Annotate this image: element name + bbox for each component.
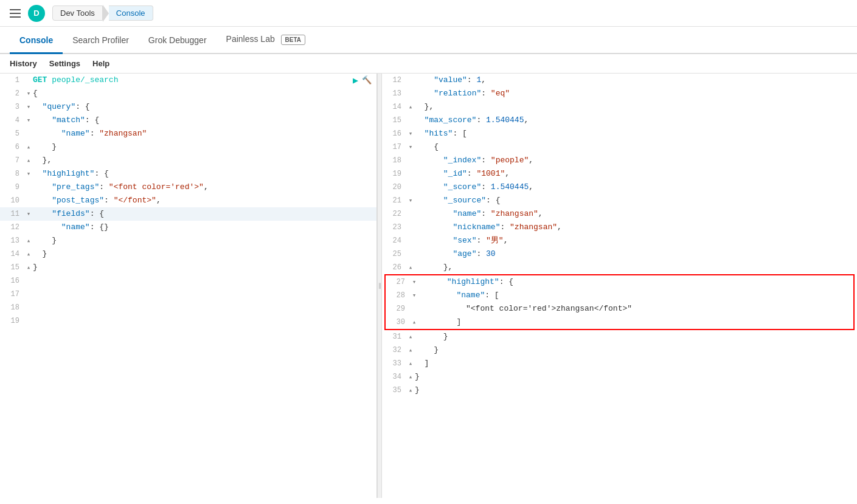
line-number: 14 [382,100,406,114]
left-line-2: 2▾{ [0,87,376,100]
breadcrumb-devtools[interactable]: Dev Tools [52,5,103,21]
line-number: 19 [0,314,24,328]
beta-badge: BETA [281,35,305,45]
line-content: "_source": { [415,194,857,207]
right-line-16: 16▾ "hits": [ [382,127,857,140]
line-content: "relation": "eq" [415,87,857,100]
line-number: 26 [382,261,406,274]
line-number: 16 [382,127,406,140]
line-number: 29 [386,302,410,316]
help-button[interactable]: Help [92,59,109,68]
fold-gutter[interactable]: ▾ [410,275,418,289]
line-number: 20 [382,181,406,194]
fold-gutter[interactable]: ▴ [24,247,33,261]
editor-area: 1GET people/_search▶🔨2▾{3▾ "query": {4▾ … [0,74,857,498]
line-content: "highlight": { [418,275,853,289]
line-number: 23 [382,221,406,234]
left-line-19: 19 [0,314,376,328]
fold-gutter[interactable]: ▴ [410,316,418,329]
line-content: "name": "zhangsan" [33,127,376,140]
line-number: 22 [382,207,406,221]
highlight-result-box: 27▾ "highlight": {28▾ "name": [29 "<font… [384,274,855,330]
fold-gutter[interactable]: ▴ [406,384,415,397]
breadcrumb-console[interactable]: Console [109,5,153,21]
tab-grok-debugger[interactable]: Grok Debugger [139,28,217,54]
run-button[interactable]: ▶ [353,75,358,86]
left-editor-panel[interactable]: 1GET people/_search▶🔨2▾{3▾ "query": {4▾ … [0,74,377,498]
fold-gutter[interactable]: ▴ [406,261,415,274]
line-number: 27 [386,275,410,289]
line-content: "name": "zhangsan", [415,207,857,221]
fold-gutter[interactable]: ▾ [406,194,415,207]
line-number: 17 [382,140,406,154]
fold-gutter[interactable]: ▾ [406,140,415,154]
tab-search-profiler[interactable]: Search Profiler [63,28,139,54]
fold-gutter[interactable]: ▴ [24,234,33,247]
fold-gutter[interactable]: ▾ [410,289,418,302]
line-content: }, [415,100,857,114]
line-number: 28 [386,289,410,302]
line-number: 25 [382,247,406,261]
left-line-15: 15▴} [0,261,376,274]
line-number: 12 [382,74,406,87]
line-number: 32 [382,343,406,357]
line-number: 13 [382,87,406,100]
left-line-8: 8▾ "highlight": { [0,167,376,181]
line-content: } [33,247,376,261]
left-line-3: 3▾ "query": { [0,100,376,114]
fold-gutter[interactable]: ▴ [406,330,415,343]
right-line-24: 24 "sex": "男", [382,234,857,247]
line-number: 9 [0,181,24,194]
line-content: "query": { [33,100,376,114]
avatar-button[interactable]: D [28,5,45,22]
fold-gutter[interactable]: ▾ [24,87,33,100]
line-content: } [415,370,857,384]
right-line-32: 32▴ } [382,343,857,357]
fold-gutter[interactable]: ▴ [406,100,415,114]
tools-icon[interactable]: 🔨 [362,75,372,85]
fold-gutter[interactable]: ▾ [24,167,33,181]
fold-gutter[interactable]: ▴ [24,154,33,167]
line-number: 1 [0,74,24,87]
fold-gutter[interactable]: ▴ [24,261,33,274]
fold-gutter[interactable]: ▾ [24,114,33,127]
line-number: 3 [0,100,24,114]
line-number: 34 [382,370,406,384]
fold-gutter[interactable]: ▴ [406,357,415,370]
line-content: "_id": "1001", [415,167,857,181]
right-editor-panel[interactable]: 12 "value": 1,13 "relation": "eq"14▴ },1… [382,74,857,498]
fold-gutter[interactable]: ▾ [24,207,33,221]
settings-button[interactable]: Settings [49,59,80,68]
line-content: "fields": { [33,207,376,221]
line-content: } [415,330,857,343]
right-line-22: 22 "name": "zhangsan", [382,207,857,221]
line-content: "age": 30 [415,247,857,261]
left-line-16: 16 [0,274,376,288]
left-line-5: 5 "name": "zhangsan" [0,127,376,140]
line-content: }, [415,261,857,274]
left-line-7: 7▴ }, [0,154,376,167]
line-content: "post_tags": "</font>", [33,194,376,207]
fold-gutter[interactable]: ▾ [406,127,415,140]
fold-gutter[interactable]: ▾ [24,100,33,114]
left-line-11: 11▾ "fields": { [0,207,376,221]
right-line-19: 19 "_id": "1001", [382,167,857,181]
line-number: 31 [382,330,406,343]
line-content: "<font color='red'>zhangsan</font>" [418,302,853,316]
resize-handle[interactable]: ∥ [377,74,382,498]
history-button[interactable]: History [10,59,37,68]
line-content: } [415,343,857,357]
hamburger-menu[interactable] [10,9,21,18]
fold-gutter[interactable]: ▴ [24,140,33,154]
fold-gutter[interactable]: ▴ [406,343,415,357]
line-number: 4 [0,114,24,127]
line-number: 5 [0,127,24,140]
right-line-15: 15 "max_score": 1.540445, [382,114,857,127]
tab-console[interactable]: Console [10,28,63,54]
tab-painless-lab[interactable]: Painless Lab BETA [217,27,316,54]
line-content: "value": 1, [415,74,857,87]
line-content: { [33,87,376,100]
fold-gutter[interactable]: ▴ [406,370,415,384]
line-content: "name": {} [33,221,376,234]
left-line-6: 6▴ } [0,140,376,154]
